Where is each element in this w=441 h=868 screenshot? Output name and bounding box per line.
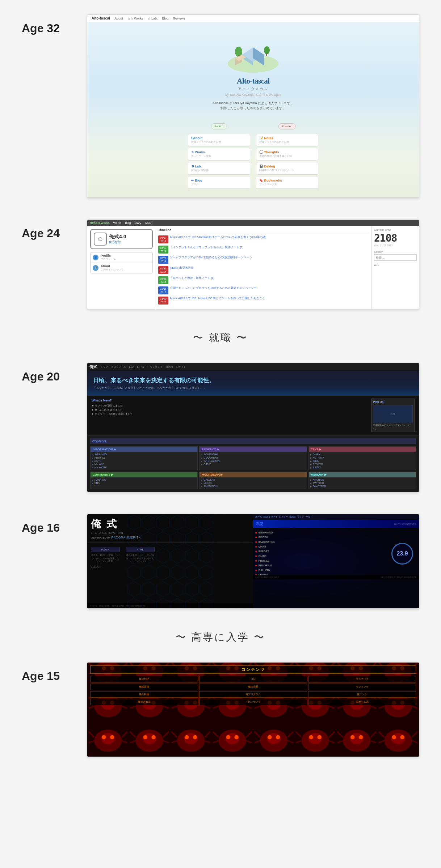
ore20-memory-section: MEMORY ▶ ARCHIVE TWITTER FAVOTTER: [308, 472, 416, 489]
ore15-item-top[interactable]: 俺式TOP: [90, 676, 198, 682]
ore16-right-site: ホーム 日記 レポート レビュー 掲示板 プロフィール 私記: [253, 514, 419, 608]
ore16-menu-review[interactable]: ■ REVIEW: [255, 535, 388, 540]
ore16-menu-gallery[interactable]: ■ GALLERY: [255, 568, 388, 573]
ore15-item-ranking[interactable]: ランキング: [308, 684, 416, 690]
at-nav-lab[interactable]: ☆ Lab.: [148, 17, 158, 20]
ore20-text-idea[interactable]: IDEA: [310, 459, 414, 463]
ore4-tl-text-4: 「ロボットと遊ぼ」製作ノート (1): [170, 276, 214, 284]
at-devlog-desc: 開発中の作業ログ / 日記ノート: [259, 169, 315, 172]
age32-screenshot: Alto-tascal About ☆☆ Works ☆ Lab. Blog R…: [87, 14, 419, 198]
ore16-menu-imagination[interactable]: ■ IMAGINATION: [255, 540, 388, 544]
ore16-rn-diary[interactable]: 日記: [263, 515, 268, 519]
at-thoughts-item[interactable]: 💭 Thoughts 思考の整理 / 仕事予練と記録: [256, 148, 318, 161]
ore4-nav-diary[interactable]: Diary: [134, 221, 141, 225]
ore15-item-renai[interactable]: 俺の恋愛: [199, 684, 307, 690]
ore16-menu-report[interactable]: ■ REPORT: [255, 549, 388, 554]
ore16-rn-bbs[interactable]: 掲示板: [289, 515, 296, 519]
ore20-memory-favotter[interactable]: FAVOTTER: [310, 485, 414, 488]
ore20-nav-old[interactable]: 旧サイト: [176, 365, 186, 369]
at-notes-item[interactable]: 📝 Notes 佐藤メモ / 作の方針と記態: [256, 134, 318, 146]
ore4-nav-works[interactable]: Works: [113, 221, 122, 225]
ore16-menu-diary[interactable]: ■ DIARY: [255, 544, 388, 549]
ore15-item-diary[interactable]: 日記: [199, 676, 307, 682]
ore20-nav-review[interactable]: レビュー: [137, 365, 147, 369]
at-nav-reviews[interactable]: Reviews: [173, 17, 185, 20]
ore4-search-input[interactable]: [374, 254, 417, 261]
ore20-info-siteinfo[interactable]: SITE INFO: [92, 453, 196, 456]
ore16-rn-review[interactable]: レビュー: [279, 515, 288, 519]
ore4-tl-item-4: 03/282014 「ロボットと遊ぼ」製作ノート (1): [158, 276, 369, 284]
ore16-menu-beginning[interactable]: ■ BEGINNING: [255, 530, 388, 535]
ore20-multimedia-gallery[interactable]: GALLERY: [201, 478, 305, 481]
ore20-product-document[interactable]: DOCUMENT: [201, 456, 305, 459]
ore20-product-interactive[interactable]: INTERACTIVE: [201, 459, 305, 463]
ore16-flash-btn[interactable]: FLASH: [91, 547, 120, 552]
ore4-about-label: About: [101, 264, 123, 268]
at-about-item[interactable]: ℹ About 佐藤メモ / 作の方針と記態: [188, 134, 250, 146]
ore4-face-icon: ☺: [94, 233, 107, 246]
at-lab-item[interactable]: ⚗ Lab. 試作品 / 実験作: [188, 162, 250, 175]
ore20-info-profile[interactable]: PROFILE: [92, 456, 196, 459]
ore4-nav-blog[interactable]: Blog: [125, 221, 131, 225]
ore15-item-kamoku[interactable]: 俺の科目: [90, 691, 198, 698]
ore16-menu-program[interactable]: ■ PROGRAM: [255, 563, 388, 568]
ore15-item-old[interactable]: 旧ゲーム式: [308, 699, 416, 705]
ore20-multimedia-music[interactable]: MUSIC: [201, 481, 305, 485]
ore20-info-work[interactable]: MY WORK: [92, 466, 196, 469]
ore20-text-review[interactable]: REVIEW: [310, 463, 414, 466]
ore16-title-main: 私記: [256, 522, 263, 527]
at-works-item[interactable]: ☆ Works 作ったゲーム中集: [188, 148, 250, 161]
ore15-item-about-text: これについて: [201, 700, 306, 704]
ore20-text-diary[interactable]: DIARY: [310, 453, 414, 456]
ore15-item-renai-text: 俺の恋愛: [201, 685, 306, 689]
at-notes-desc: 佐藤メモ / 作の方針と記態: [259, 140, 315, 144]
ore16-rn-report[interactable]: レポート: [269, 515, 278, 519]
ore20-info-wiki[interactable]: MY WIKI: [92, 463, 196, 466]
ore4-body: ☺ 俺式4.0 tkStyle 👤 Profile プ: [87, 226, 419, 309]
ore15-item-program[interactable]: 俺プログラム: [199, 691, 307, 698]
ore4-about-row[interactable]: ℹ About このサイトについて: [91, 263, 152, 273]
ore20-memory-twitter[interactable]: TWITTER: [310, 481, 414, 485]
at-bookmarks-item[interactable]: 🔖 Bookmarks ブックマーク集: [256, 176, 318, 189]
ore4-profile-label: Profile: [101, 254, 116, 258]
ore20-nav-diary[interactable]: 日記: [129, 365, 134, 369]
ore20-text-essay[interactable]: ESSAY: [310, 466, 414, 469]
ore15-item-goroku[interactable]: 俺式語録: [90, 684, 198, 690]
ore20-nav-profile[interactable]: プロフィール: [111, 365, 126, 369]
ore4-profile-text: Profile プロフィール: [101, 254, 116, 261]
ore4-tl-date-6: 11/202013: [158, 297, 168, 305]
ore4-current-time: Current Time 2108 Wed 11/13 2013: [374, 228, 417, 247]
ore16-menu-profile[interactable]: ■ PROFILE: [255, 558, 388, 563]
at-nav-about[interactable]: About: [114, 17, 123, 20]
age24-section: Age 24 俺式4.0 Works Works Blog Diary Abou…: [0, 220, 441, 309]
ore16-rn-home[interactable]: ホーム: [255, 515, 262, 519]
ore20-product-game[interactable]: GAME: [201, 463, 305, 466]
ore15-item-link[interactable]: 俺リンク: [308, 691, 416, 698]
at-nav-works[interactable]: ☆☆ Works: [127, 17, 143, 20]
at-blog-item[interactable]: ✏ Blog ブログ: [188, 176, 250, 189]
ore20-nav-bbs[interactable]: 掲示板: [165, 365, 173, 369]
ore4-nav-about[interactable]: About: [145, 221, 152, 225]
at-bookmarks-desc: ブックマーク集: [259, 183, 315, 186]
ore20-multimedia-animation[interactable]: ANIMATION: [201, 485, 305, 488]
ore20-community-header: COMMUNITY ▶: [91, 472, 197, 477]
ore20-product-software[interactable]: SOFTWARE: [201, 453, 305, 456]
ore20-community-ranking[interactable]: RANKING: [92, 478, 196, 481]
ore16-menu-guide[interactable]: ■ GUIDE: [255, 554, 388, 558]
ore15-item-tascal[interactable]: 俺タスカル: [90, 699, 198, 705]
ore16-html-btn[interactable]: HTML: [126, 547, 155, 552]
ore20-memory-archive[interactable]: ARCHIVE: [310, 478, 414, 481]
ore16-last-update: LAST UPDATE 08.03/13: [255, 576, 279, 578]
ore16-rn-profile[interactable]: プロフィール: [297, 515, 310, 519]
ore20-nav-top[interactable]: トップ: [100, 365, 108, 369]
at-about-title: ℹ About: [191, 136, 247, 140]
ore4-profile-row[interactable]: 👤 Profile プロフィール: [91, 252, 152, 263]
ore15-item-maniac[interactable]: マニアック: [308, 676, 416, 682]
ore15-item-about[interactable]: これについて: [199, 699, 307, 705]
ore20-nav-ranking[interactable]: ランキング: [150, 365, 163, 369]
ore20-text-activity[interactable]: ACTIVITY: [310, 456, 414, 459]
ore20-info-note[interactable]: NOTE: [92, 459, 196, 463]
at-nav-blog[interactable]: Blog: [162, 17, 169, 20]
at-devlog-item[interactable]: 📓 Devlog 開発中の作業ログ / 日記ノート: [256, 162, 318, 175]
ore20-community-bbs[interactable]: BBS: [92, 481, 196, 485]
